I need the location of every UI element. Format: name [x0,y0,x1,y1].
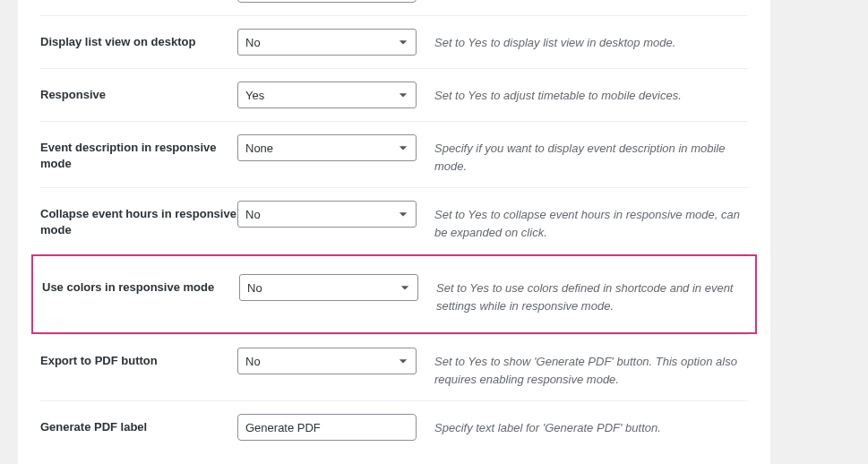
generate-pdf-label-label: Generate PDF label [40,414,237,435]
responsive-desc: Set to Yes to adjust timetable to mobile… [417,82,748,105]
collapse-event-hours-desc: Set to Yes to collapse event hours in re… [417,201,748,241]
display-list-desktop-input-col: No [237,29,417,56]
row-height-input-col [237,0,417,3]
event-desc-responsive-input-col: None [237,134,417,161]
setting-row-export-pdf-button: Export to PDF button No Set to Yes to sh… [40,334,748,401]
setting-row-row-height: Row height (in px) Specify timetable row… [40,0,748,16]
display-list-desktop-select[interactable]: No [237,29,417,56]
collapse-event-hours-input-col: No [237,201,417,228]
event-desc-responsive-label: Event description in responsive mode [40,134,237,172]
row-height-input[interactable] [237,0,417,3]
generate-pdf-label-input[interactable] [237,414,417,441]
event-desc-responsive-select[interactable]: None [237,134,417,161]
setting-row-responsive: Responsive Yes Set to Yes to adjust time… [40,69,748,122]
use-colors-responsive-select[interactable]: No [239,274,418,301]
setting-row-event-desc-responsive: Event description in responsive mode Non… [40,122,748,188]
responsive-label: Responsive [40,82,237,103]
display-list-desktop-label: Display list view on desktop [40,29,237,50]
use-colors-responsive-desc: Set to Yes to use colors defined in shor… [418,274,746,314]
generate-pdf-label-input-col [237,414,417,441]
setting-row-use-colors-responsive: Use colors in responsive mode No Set to … [42,256,746,332]
event-desc-responsive-desc: Specify if you want to display event des… [417,134,748,175]
collapse-event-hours-label: Collapse event hours in responsive mode [40,201,237,238]
display-list-desktop-desc: Set to Yes to display list view in deskt… [417,29,748,52]
export-pdf-button-select[interactable]: No [237,348,417,374]
setting-row-display-list-desktop: Display list view on desktop No Set to Y… [40,16,748,69]
responsive-input-col: Yes [237,82,417,108]
responsive-select[interactable]: Yes [237,82,417,108]
export-pdf-button-input-col: No [237,348,417,374]
collapse-event-hours-select[interactable]: No [237,201,417,228]
export-pdf-button-label: Export to PDF button [40,348,237,369]
use-colors-responsive-label: Use colors in responsive mode [42,274,239,296]
setting-row-generate-pdf-label: Generate PDF label Specify text label fo… [40,401,748,453]
highlighted-row: Use colors in responsive mode No Set to … [31,254,757,334]
generate-pdf-label-desc: Specify text label for 'Generate PDF' bu… [417,414,748,437]
use-colors-responsive-input-col: No [239,274,418,301]
export-pdf-button-desc: Set to Yes to show 'Generate PDF' button… [417,348,748,388]
setting-row-collapse-event-hours: Collapse event hours in responsive mode … [40,188,748,254]
